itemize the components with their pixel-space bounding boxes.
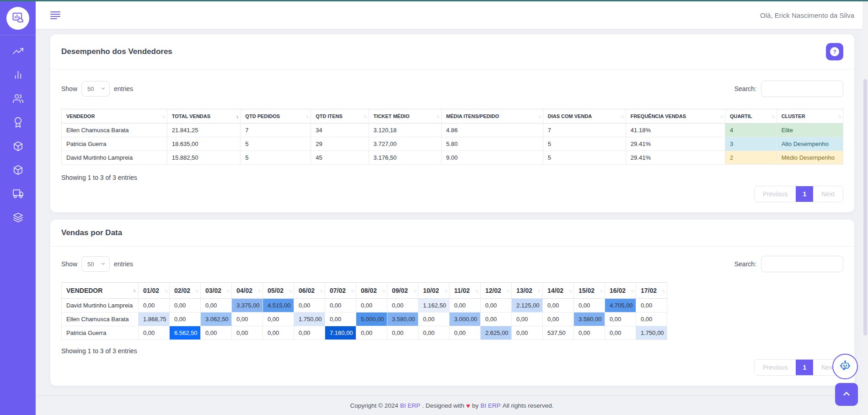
column-header[interactable]: VENDEDOR↑↓: [62, 109, 167, 124]
menu-toggle-icon[interactable]: [49, 9, 61, 22]
performance-showing-text: Showing 1 to 3 of 3 entries: [61, 174, 843, 181]
next-page-button[interactable]: Next: [813, 186, 843, 202]
column-header[interactable]: 16/02↑↓: [605, 283, 636, 299]
sales-value-cell: 3.062,50: [201, 313, 232, 326]
column-header[interactable]: 01/02↑↓: [139, 283, 170, 299]
column-header[interactable]: TOTAL VENDAS↑↓: [167, 109, 241, 124]
logo-circle: [6, 7, 29, 30]
page-size-select[interactable]: 50: [81, 81, 110, 97]
column-header[interactable]: 17/02↑↓: [636, 283, 667, 299]
sidebar: [0, 1, 36, 415]
search-input[interactable]: [761, 256, 843, 272]
column-header-label: TOTAL VENDAS: [172, 113, 210, 119]
column-header[interactable]: 14/02↑↓: [543, 283, 574, 299]
sidebar-item-deliveries[interactable]: [0, 183, 36, 206]
column-header[interactable]: QTD ITENS↑↓: [311, 109, 369, 124]
sort-icon: ↑↓: [537, 288, 540, 293]
sort-icon: ↑↓: [720, 114, 723, 119]
show-label: Show: [61, 260, 77, 268]
sidebar-item-customers[interactable]: [0, 87, 36, 111]
footer-link[interactable]: BI ERP: [480, 402, 500, 409]
page-scrollbar[interactable]: [863, 1, 868, 415]
scrollbar-thumb[interactable]: [863, 79, 867, 335]
column-header[interactable]: 11/02↑↓: [450, 283, 481, 299]
column-header[interactable]: 06/02↑↓: [294, 283, 325, 299]
help-button[interactable]: ?: [826, 43, 843, 60]
cluster-cell: Alto Desempenho: [777, 137, 843, 151]
column-header[interactable]: 02/02↑↓: [170, 283, 201, 299]
current-page-button[interactable]: 1: [796, 360, 813, 375]
vendas-table-head: VENDEDOR↑↓01/02↑↓02/02↑↓03/02↑↓04/02↑↓05…: [62, 283, 667, 299]
chatbot-button[interactable]: [832, 354, 858, 379]
metric-cell: 3.727,00: [369, 137, 441, 151]
previous-page-button[interactable]: Previous: [755, 360, 796, 375]
sales-value-cell: 2.625,00: [481, 326, 512, 340]
sidebar-item-products[interactable]: [0, 135, 36, 159]
scroll-to-top-button[interactable]: [835, 383, 858, 406]
column-header[interactable]: QTD PEDIDOS↑↓: [241, 109, 311, 124]
column-header-label: 16/02: [610, 287, 626, 294]
sales-value-cell: 0,00: [450, 299, 481, 313]
sales-value-cell: 0,00: [605, 326, 636, 340]
vendedores-table-body: Ellen Chamusca Barata21.841,257343.120,1…: [62, 124, 843, 165]
sidebar-item-inventory[interactable]: [0, 159, 36, 183]
column-header[interactable]: MÉDIA ITENS/PEDIDO↑↓: [441, 109, 543, 124]
metric-cell: 29.41%: [626, 151, 725, 165]
column-header[interactable]: TICKET MÉDIO↑↓: [369, 109, 441, 124]
column-header[interactable]: 07/02↑↓: [325, 283, 356, 299]
sort-icon: ↑↓: [838, 114, 841, 119]
column-header[interactable]: 08/02↑↓: [356, 283, 387, 299]
sales-value-cell: 0,00: [263, 326, 294, 340]
sidebar-item-categories[interactable]: [0, 206, 36, 230]
column-header[interactable]: 09/02↑↓: [387, 283, 418, 299]
previous-page-button[interactable]: Previous: [755, 186, 796, 202]
sales-value-cell: 0,00: [139, 299, 170, 313]
page-size-value: 50: [87, 86, 94, 92]
sales-value-cell: 0,00: [512, 326, 543, 340]
column-header[interactable]: QUARTIL↑↓: [725, 109, 777, 124]
page-size-select[interactable]: 50: [81, 256, 110, 272]
metric-cell: 45: [311, 151, 369, 165]
sales-value-cell: 0,00: [387, 326, 418, 340]
column-header[interactable]: FREQUÊNCIA VENDAS↑↓: [626, 109, 725, 124]
column-header[interactable]: 13/02↑↓: [512, 283, 543, 299]
sidebar-item-reports[interactable]: [0, 64, 36, 87]
column-header[interactable]: 05/02↑↓: [263, 283, 294, 299]
search-input[interactable]: [761, 81, 843, 97]
sales-value-cell: 4.705,00: [605, 299, 636, 313]
quartil-cell: 3: [725, 137, 777, 151]
current-page-button[interactable]: 1: [796, 186, 813, 202]
column-header[interactable]: 10/02↑↓: [418, 283, 450, 299]
sales-value-cell: 0,00: [574, 326, 605, 340]
vendedor-cell: Ellen Chamusca Barata: [62, 313, 139, 326]
sidebar-item-ranking[interactable]: [0, 111, 36, 135]
search-label: Search:: [734, 260, 756, 268]
sales-pagination-row: Previous 1 Next: [61, 359, 843, 376]
column-header[interactable]: 03/02↑↓: [201, 283, 232, 299]
sort-icon: ↑↓: [621, 114, 623, 119]
sidebar-item-sales-trend[interactable]: [0, 40, 36, 64]
sales-value-cell: 2.125,00: [512, 299, 543, 313]
column-header-label: 17/02: [641, 287, 657, 294]
column-header[interactable]: 15/02↑↓: [574, 283, 605, 299]
robot-icon: [839, 360, 851, 373]
bi-dashboard-logo-icon: [11, 11, 24, 26]
sales-value-cell: 7.160,00: [325, 326, 356, 340]
footer-link[interactable]: BI ERP: [400, 402, 420, 409]
column-header[interactable]: CLUSTER↑↓: [777, 109, 843, 124]
column-header[interactable]: VENDEDOR↑↓: [62, 283, 139, 299]
column-header[interactable]: 12/02↑↓: [481, 283, 512, 299]
column-header[interactable]: DIAS COM VENDA↑↓: [543, 109, 626, 124]
sort-icon: ↑↓: [600, 288, 602, 293]
performance-pagination: Previous 1 Next: [754, 186, 843, 202]
sales-search-group: Search:: [734, 256, 843, 272]
sort-icon: ↑↓: [305, 114, 308, 119]
sales-value-cell: 0,00: [325, 299, 356, 313]
sales-value-cell: 0,00: [450, 326, 481, 340]
column-header-label: TICKET MÉDIO: [374, 113, 410, 119]
column-header[interactable]: 04/02↑↓: [232, 283, 263, 299]
column-header-label: 13/02: [516, 287, 532, 294]
chevron-down-icon: [101, 86, 106, 92]
column-header-label: FREQUÊNCIA VENDAS: [631, 113, 686, 119]
app-logo[interactable]: [0, 1, 36, 35]
